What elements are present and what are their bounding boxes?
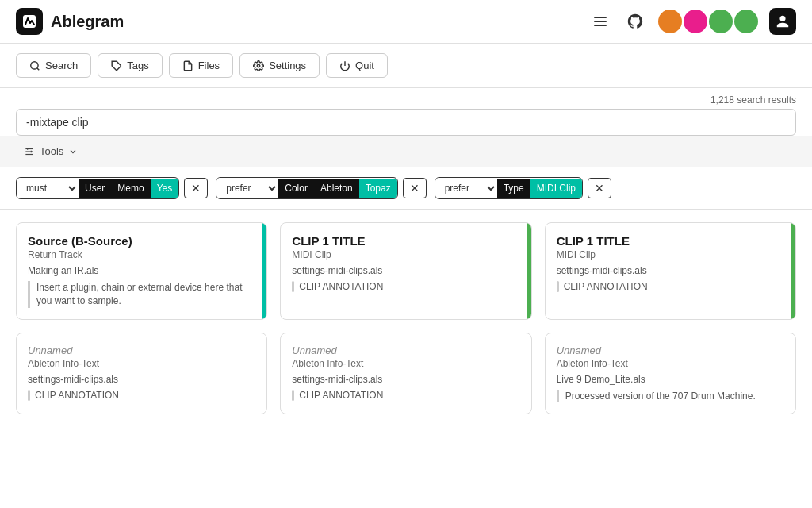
filter-group-3: prefer must exclude Type MIDI Clip ✕ [435,177,611,199]
card-5[interactable]: Unnamed Ableton Info-Text settings-midi-… [280,333,531,415]
card-1-filename: Making an IR.als [28,265,255,276]
card-6-note: Processed version of the 707 Drum Machin… [557,390,784,403]
filter-3-remove[interactable]: ✕ [588,178,611,198]
card-5-annotation-bar [292,390,294,401]
avatar-1[interactable] [658,10,682,33]
card-4-annotation-bar [28,390,30,401]
filter-3-tag-type: Type [497,179,530,198]
filter-1-tag-yes: Yes [151,179,179,198]
result-count: 1,218 search results [16,94,796,106]
nav-search-button[interactable]: Search [16,53,91,78]
card-2-title: CLIP 1 TITLE [292,234,519,248]
card-2-accent [527,223,531,319]
nav-settings-button[interactable]: Settings [239,53,320,78]
svg-rect-1 [594,17,607,18]
filter-1-select[interactable]: must prefer exclude [17,178,79,198]
quit-nav-icon [339,60,350,71]
logo-icon [16,8,43,35]
nav-search-label: Search [45,60,78,71]
svg-point-4 [31,61,38,68]
card-4-filename: settings-midi-clips.als [28,374,255,385]
header-right [588,8,796,35]
card-3-accent [791,223,795,319]
card-4[interactable]: Unnamed Ableton Info-Text settings-midi-… [16,333,267,415]
nav-tags-button[interactable]: Tags [98,53,162,78]
tools-bar: Tools [0,136,812,167]
filter-2-tag-ableton: Ableton [314,179,359,198]
card-6-title-italic: Unnamed [557,344,784,356]
filter-2-select[interactable]: prefer must exclude [216,178,278,198]
card-3[interactable]: CLIP 1 TITLE MIDI Clip settings-midi-cli… [545,222,796,320]
card-1[interactable]: Source (B-Source) Return Track Making an… [16,222,267,320]
card-6-subtitle: Ableton Info-Text [557,358,784,369]
filter-3-group: prefer must exclude Type MIDI Clip [435,177,583,199]
menu-icon[interactable] [588,10,612,33]
nav-files-label: Files [198,60,220,71]
card-6-note-text: Processed version of the 707 Drum Machin… [565,390,756,403]
card-1-accent [262,223,266,319]
nav-tags-label: Tags [127,60,148,71]
card-3-annotation: CLIP ANNOTATION [557,281,784,292]
card-6[interactable]: Unnamed Ableton Info-Text Live 9 Demo_Li… [545,333,796,415]
card-2[interactable]: CLIP 1 TITLE MIDI Clip settings-midi-cli… [280,222,531,320]
avatar-3[interactable] [709,10,733,33]
card-3-subtitle: MIDI Clip [557,249,784,260]
card-4-title-italic: Unnamed [28,344,255,356]
card-5-subtitle: Ableton Info-Text [292,358,519,369]
card-1-note-text: Insert a plugin, chain or external devic… [36,281,255,308]
nav-settings-label: Settings [269,60,306,71]
filter-group-2: prefer must exclude Color Ableton Topaz … [216,177,426,199]
card-4-annotation: CLIP ANNOTATION [28,390,255,401]
filter-3-tag-midi-clip: MIDI Clip [530,179,582,198]
filter-1-group: must prefer exclude User Memo Yes [16,177,179,199]
logo: Ablegram [16,8,124,35]
card-3-annotation-text: CLIP ANNOTATION [564,281,648,292]
card-3-filename: settings-midi-clips.als [557,265,784,276]
card-1-note: Insert a plugin, chain or external devic… [28,281,255,308]
github-icon[interactable] [623,10,647,33]
card-4-annotation-text: CLIP ANNOTATION [35,390,119,401]
nav-bar: Search Tags Files Settings Quit [0,44,812,88]
filter-group-1: must prefer exclude User Memo Yes ✕ [16,177,208,199]
card-2-annotation-text: CLIP ANNOTATION [299,281,383,292]
svg-point-6 [257,64,260,67]
tools-chevron-icon [68,147,78,156]
card-5-annotation-text: CLIP ANNOTATION [299,390,383,401]
header: Ablegram [0,0,812,44]
svg-rect-3 [594,25,607,26]
nav-quit-label: Quit [355,60,374,71]
svg-rect-2 [594,21,607,22]
filter-3-select[interactable]: prefer must exclude [435,178,497,198]
card-2-annotation: CLIP ANNOTATION [292,281,519,292]
filter-1-remove[interactable]: ✕ [184,178,208,198]
filter-2-tag-topaz: Topaz [359,179,397,198]
user-avatar[interactable] [769,8,796,35]
avatar-4[interactable] [734,10,758,33]
tags-nav-icon [111,60,122,71]
search-area: 1,218 search results [0,88,812,136]
card-1-subtitle: Return Track [28,249,255,260]
app-name: Ablegram [51,13,124,31]
search-input-wrap [16,109,796,136]
avatar-group [658,10,758,33]
cards-grid: Source (B-Source) Return Track Making an… [0,210,812,427]
filter-1-tag-memo: Memo [111,179,150,198]
nav-files-button[interactable]: Files [169,53,233,78]
card-3-title: CLIP 1 TITLE [557,234,784,248]
card-2-subtitle: MIDI Clip [292,249,519,260]
search-input[interactable] [26,116,786,129]
filter-2-tag-color: Color [278,179,314,198]
filter-2-remove[interactable]: ✕ [403,178,427,198]
card-5-filename: settings-midi-clips.als [292,374,519,385]
avatar-2[interactable] [684,10,707,33]
settings-nav-icon [253,60,264,71]
filter-1-tag-user: User [79,179,111,198]
nav-quit-button[interactable]: Quit [326,53,388,78]
card-1-title: Source (B-Source) [28,234,255,248]
card-5-annotation: CLIP ANNOTATION [292,390,519,401]
card-5-title-italic: Unnamed [292,344,519,356]
tools-button[interactable]: Tools [16,142,86,160]
card-4-subtitle: Ableton Info-Text [28,358,255,369]
card-2-filename: settings-midi-clips.als [292,265,519,276]
card-3-annotation-bar [557,281,559,292]
